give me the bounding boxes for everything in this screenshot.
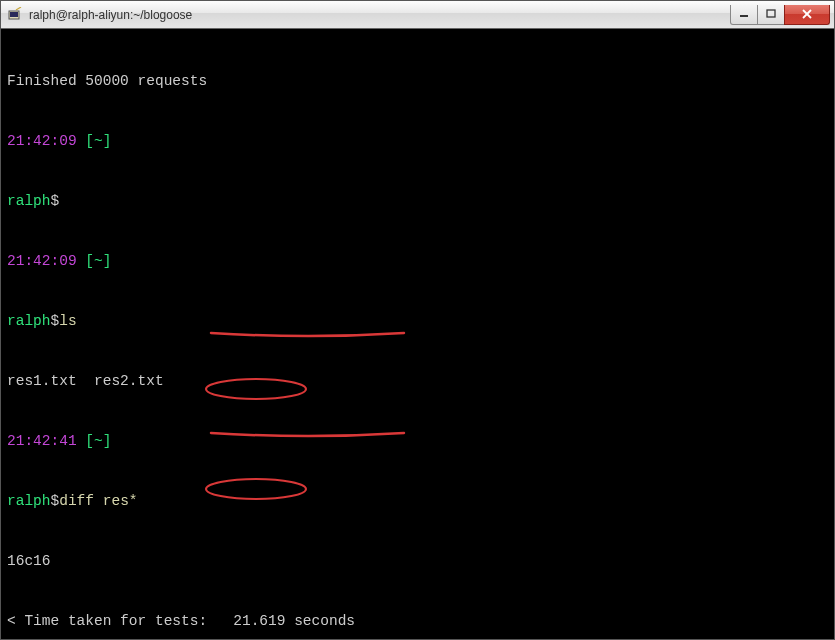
output-line: 16c16: [7, 551, 828, 571]
output-line: < Time taken for tests: 21.619 seconds: [7, 611, 828, 631]
prompt-line: 21:42:41 [~]: [7, 431, 828, 451]
maximize-button[interactable]: [757, 5, 785, 25]
annotation-underline-1: [209, 329, 409, 341]
window-controls: [731, 5, 830, 25]
svg-line-2: [16, 7, 21, 10]
prompt-line: ralph$ls: [7, 311, 828, 331]
putty-icon: [7, 7, 23, 23]
close-button[interactable]: [784, 5, 830, 25]
prompt-line: 21:42:09 [~]: [7, 251, 828, 271]
svg-rect-4: [767, 10, 775, 17]
output-line: res1.txt res2.txt: [7, 371, 828, 391]
terminal[interactable]: Finished 50000 requests 21:42:09 [~] ral…: [1, 29, 834, 639]
output-line: Finished 50000 requests: [7, 71, 828, 91]
titlebar[interactable]: ralph@ralph-aliyun:~/blogoose: [1, 1, 834, 29]
prompt-line: 21:42:09 [~]: [7, 131, 828, 151]
minimize-button[interactable]: [730, 5, 758, 25]
prompt-line: ralph$: [7, 191, 828, 211]
window: ralph@ralph-aliyun:~/blogoose Finished 5…: [0, 0, 835, 640]
svg-rect-1: [10, 12, 18, 17]
prompt-line: ralph$diff res*: [7, 491, 828, 511]
window-title: ralph@ralph-aliyun:~/blogoose: [29, 8, 731, 22]
